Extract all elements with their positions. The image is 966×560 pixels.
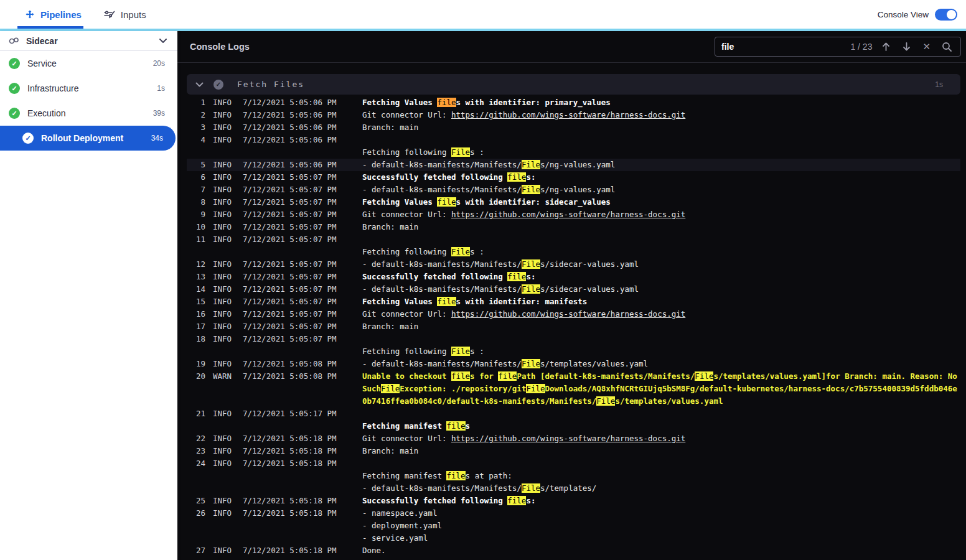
sidebar-item-infrastructure[interactable]: ✓ Infrastructure 1s (0, 76, 177, 101)
log-line: 13INFO7/12/2021 5:05:07 PMSuccessfully f… (187, 271, 960, 283)
log-line: 25INFO7/12/2021 5:05:18 PMSuccessfully f… (187, 495, 960, 507)
sidebar-item-service[interactable]: ✓ Service 20s (0, 51, 177, 76)
success-check-icon: ✓ (9, 108, 20, 119)
log-line: 8INFO7/12/2021 5:05:07 PMFetching Values… (187, 196, 960, 208)
previous-match-button[interactable] (879, 42, 893, 52)
success-check-icon: ✓ (9, 58, 20, 69)
log-line: 9INFO7/12/2021 5:05:07 PMGit connector U… (187, 208, 960, 221)
log-line: 22INFO7/12/2021 5:05:18 PMGit connector … (187, 432, 960, 445)
log-line: Fetching following Files : (187, 146, 960, 159)
toggle-knob (947, 10, 956, 19)
log-line: 3INFO7/12/2021 5:05:06 PMBranch: main (187, 121, 960, 134)
log-line: - default-k8s-manifests/Manifests/Files/… (187, 482, 960, 495)
console-header: Console Logs 1 / 23 ✕ (177, 31, 966, 63)
console-panel: Console Logs 1 / 23 ✕ ✓ Fetc (177, 31, 966, 560)
log-line: Fetching following Files : (187, 246, 960, 258)
log-line: 26INFO7/12/2021 5:05:18 PM- namespace.ya… (187, 507, 960, 520)
search-input[interactable] (721, 42, 843, 52)
log-line: Fetching manifest files at path: (187, 470, 960, 482)
step-duration: 39s (153, 109, 165, 118)
step-section-duration: 1s (935, 80, 943, 89)
stage-title: Sidecar (26, 36, 58, 46)
log-line: 23INFO7/12/2021 5:05:18 PMBranch: main (187, 445, 960, 457)
log-line: 12INFO7/12/2021 5:05:07 PM- default-k8s-… (187, 258, 960, 271)
tab-inputs-label: Inputs (121, 9, 146, 20)
log-lines: 1INFO7/12/2021 5:05:06 PMFetching Values… (187, 96, 960, 557)
sidebar-item-rollout-deployment[interactable]: ✓ Rollout Deployment 34s (0, 126, 176, 151)
console-view-toggle[interactable] (935, 9, 957, 21)
log-line: 1INFO7/12/2021 5:05:06 PMFetching Values… (187, 96, 960, 109)
log-line: 5INFO7/12/2021 5:05:06 PM- default-k8s-m… (187, 159, 960, 171)
log-line: 20WARN7/12/2021 5:05:08 PMUnable to chec… (187, 370, 960, 408)
sidebar-item-execution[interactable]: ✓ Execution 39s (0, 101, 177, 126)
log-line: 17INFO7/12/2021 5:05:07 PMBranch: main (187, 320, 960, 333)
log-line: Fetching manifest files (187, 420, 960, 432)
log-link[interactable]: https://github.com/wings-software/harnes… (451, 110, 685, 119)
log-line: 19INFO7/12/2021 5:05:08 PM- default-k8s-… (187, 358, 960, 370)
log-line: 2INFO7/12/2021 5:05:06 PMGit connector U… (187, 109, 960, 121)
tab-inputs[interactable]: Inputs (104, 0, 146, 29)
console-logs-title: Console Logs (190, 42, 250, 52)
step-duration: 1s (157, 84, 165, 93)
step-section-header[interactable]: ✓ Fetch Files 1s (187, 74, 960, 95)
log-search-box[interactable]: 1 / 23 ✕ (715, 37, 961, 57)
search-match-counter: 1 / 23 (850, 42, 872, 52)
sidebar-item-label: Execution (27, 108, 65, 118)
log-line: 11INFO7/12/2021 5:05:07 PM (187, 233, 960, 246)
top-bar: Pipelines Inputs Console View (0, 0, 966, 29)
console-view-label: Console View (878, 10, 929, 19)
clear-search-button[interactable]: ✕ (921, 41, 932, 52)
log-line: - deployment.yaml (187, 520, 960, 532)
execution-sidebar: Sidecar ✓ Service 20s ✓ Infrastructure 1… (0, 31, 177, 560)
log-link[interactable]: https://github.com/wings-software/harnes… (451, 309, 685, 319)
log-line: 7INFO7/12/2021 5:05:07 PM- default-k8s-m… (187, 184, 960, 196)
step-section-title: Fetch Files (237, 80, 304, 89)
log-line: Fetching following Files : (187, 345, 960, 358)
sidebar-item-label: Rollout Deployment (41, 133, 123, 143)
log-line: 27INFO7/12/2021 5:05:18 PMDone. (187, 544, 960, 557)
log-line: 4INFO7/12/2021 5:05:06 PM (187, 134, 960, 146)
step-success-icon: ✓ (213, 80, 223, 90)
success-check-icon: ✓ (9, 83, 20, 94)
chevron-down-icon[interactable] (159, 38, 167, 44)
tab-pipelines-label: Pipelines (40, 9, 82, 20)
log-line: 6INFO7/12/2021 5:05:07 PMSuccessfully fe… (187, 171, 960, 184)
log-link[interactable]: https://github.com/wings-software/harnes… (451, 434, 685, 443)
search-icon[interactable] (940, 42, 954, 52)
log-line: 18INFO7/12/2021 5:05:07 PM (187, 333, 960, 345)
sidebar-item-label: Service (27, 58, 57, 68)
log-line: - service.yaml (187, 532, 960, 544)
log-line: 14INFO7/12/2021 5:05:07 PM- default-k8s-… (187, 283, 960, 296)
success-check-icon: ✓ (22, 133, 34, 144)
sidebar-stage-header[interactable]: Sidecar (0, 31, 177, 51)
log-line: 21INFO7/12/2021 5:05:17 PM (187, 408, 960, 420)
log-line: 15INFO7/12/2021 5:05:07 PMFetching Value… (187, 296, 960, 308)
link-icon (9, 37, 20, 45)
next-match-button[interactable] (900, 42, 913, 52)
log-line: 24INFO7/12/2021 5:05:18 PM (187, 457, 960, 470)
sidebar-item-label: Infrastructure (27, 83, 78, 93)
step-duration: 34s (151, 134, 163, 142)
log-link[interactable]: https://github.com/wings-software/harnes… (451, 210, 685, 219)
tab-pipelines[interactable]: Pipelines (25, 0, 82, 29)
pipelines-icon (25, 9, 35, 19)
log-line: 10INFO7/12/2021 5:05:07 PMBranch: main (187, 221, 960, 233)
inputs-icon (104, 9, 115, 19)
step-duration: 20s (153, 59, 165, 68)
collapse-chevron-icon[interactable] (195, 82, 204, 87)
log-line: 16INFO7/12/2021 5:05:07 PMGit connector … (187, 308, 960, 320)
